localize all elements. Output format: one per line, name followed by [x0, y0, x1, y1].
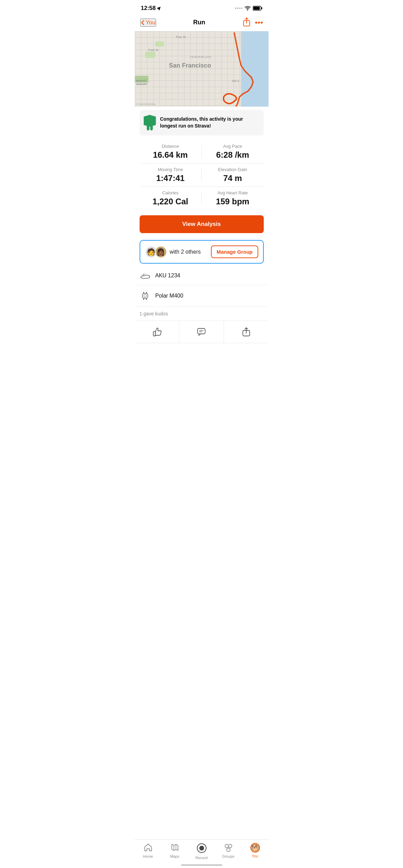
location-icon — [157, 6, 161, 10]
signal-icon — [235, 8, 242, 9]
svg-point-12 — [144, 294, 146, 297]
shoe-name: AKU 1234 — [155, 273, 180, 279]
kudos-text: 1 gave kudos — [140, 311, 168, 316]
manage-group-button[interactable]: Manage Group — [211, 245, 258, 258]
stat-avg-pace: Avg Pace 6:28 /km — [202, 144, 264, 160]
svg-point-5 — [258, 22, 260, 24]
back-button[interactable]: You — [140, 19, 156, 27]
stat-heart-rate: Avg Heart Rate 159 bpm — [202, 190, 264, 206]
chevron-left-icon — [141, 20, 144, 25]
view-analysis-button[interactable]: View Analysis — [140, 215, 264, 233]
status-time: 12:58 — [141, 5, 161, 12]
action-bar — [135, 321, 269, 343]
svg-point-4 — [255, 22, 257, 24]
wifi-icon — [245, 6, 251, 11]
battery-icon — [253, 6, 262, 11]
stats-row-calories-hr: Calories 1,220 Cal Avg Heart Rate 159 bp… — [140, 187, 264, 210]
svg-rect-1 — [261, 7, 262, 9]
stat-elevation: Elevation Gain 74 m — [202, 167, 264, 183]
svg-point-6 — [261, 22, 263, 24]
stat-distance: Distance 16.64 km — [140, 144, 202, 160]
stats-row-time-elevation: Moving Time 1:47:41 Elevation Gain 74 m — [140, 164, 264, 187]
more-dots-icon — [255, 21, 263, 24]
comment-button[interactable] — [179, 321, 224, 343]
status-bar: 12:58 — [135, 0, 269, 14]
congrats-text: Congratulations, this activity is your l… — [160, 116, 260, 129]
shoe-row: AKU 1234 — [135, 266, 269, 285]
share-button[interactable] — [242, 17, 251, 28]
avatar-stack: 🧑 👩🏾 — [145, 246, 167, 258]
group-description: with 2 others — [170, 249, 201, 255]
group-left: 🧑 👩🏾 with 2 others — [145, 246, 201, 258]
watch-icon — [140, 291, 151, 301]
stat-moving-time: Moving Time 1:47:41 — [140, 167, 202, 183]
share-activity-button[interactable] — [224, 321, 268, 343]
watch-name: Polar M400 — [155, 293, 183, 299]
svg-rect-14 — [198, 328, 205, 334]
svg-rect-7 — [142, 293, 148, 298]
kudos-button[interactable] — [135, 321, 179, 343]
route-map[interactable]: Post St Pine St TENDERLOIN San Francisco… — [135, 31, 269, 107]
stats-grid: Distance 16.64 km Avg Pace 6:28 /km Movi… — [135, 139, 269, 211]
svg-rect-13 — [153, 331, 155, 336]
avatar-2: 👩🏾 — [155, 246, 167, 258]
nav-header: You Run — [135, 14, 269, 31]
svg-rect-2 — [253, 7, 260, 10]
stats-row-distance-pace: Distance 16.64 km Avg Pace 6:28 /km — [140, 140, 264, 164]
kudos-section: 1 gave kudos — [135, 307, 269, 319]
comment-icon — [197, 327, 206, 337]
nav-actions — [242, 17, 263, 28]
group-section: 🧑 👩🏾 with 2 others Manage Group — [140, 240, 264, 264]
watch-row: Polar M400 — [135, 285, 269, 307]
shoe-icon — [140, 272, 151, 279]
achievement-badge — [144, 115, 156, 131]
thumbs-up-icon — [152, 327, 162, 337]
route-path — [135, 31, 269, 107]
status-icons — [235, 6, 262, 11]
stat-calories: Calories 1,220 Cal — [140, 190, 202, 206]
share-activity-icon — [242, 327, 251, 337]
share-icon — [242, 17, 251, 27]
more-button[interactable] — [255, 20, 263, 25]
page-title: Run — [193, 19, 205, 26]
congrats-banner: Congratulations, this activity is your l… — [140, 110, 264, 135]
